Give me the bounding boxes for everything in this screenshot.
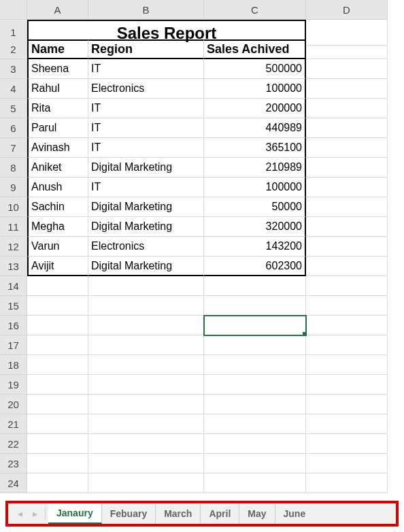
cell-B22[interactable]: [88, 434, 204, 454]
cell-name[interactable]: Avinash: [27, 138, 88, 158]
header-sales[interactable]: Sales Achived: [204, 39, 306, 59]
row-header-24[interactable]: 24: [0, 473, 27, 493]
cell-name[interactable]: Varun: [27, 237, 88, 256]
tab-nav-next-icon[interactable]: ▸: [29, 508, 41, 520]
row-header-18[interactable]: 18: [0, 355, 27, 375]
cell-D3[interactable]: [306, 59, 388, 79]
row-header-19[interactable]: 19: [0, 375, 27, 395]
cell-A14[interactable]: [27, 276, 88, 296]
cell-D6[interactable]: [306, 118, 388, 138]
header-region[interactable]: Region: [88, 39, 204, 59]
cell-C20[interactable]: [204, 395, 306, 414]
cell-A19[interactable]: [27, 375, 88, 395]
cell-name[interactable]: Anush: [27, 178, 88, 197]
col-header-D[interactable]: D: [306, 0, 388, 20]
cell-name[interactable]: Aniket: [27, 158, 88, 178]
cell-region[interactable]: IT: [88, 99, 204, 118]
cell-sales[interactable]: 50000: [204, 197, 306, 217]
cell-name[interactable]: Sheena: [27, 59, 88, 79]
cell-sales[interactable]: 143200: [204, 237, 306, 256]
sheet-tab-january[interactable]: Janaury: [48, 503, 102, 524]
cell-sales[interactable]: 210989: [204, 158, 306, 178]
cell-region[interactable]: IT: [88, 178, 204, 197]
cell-B19[interactable]: [88, 375, 204, 395]
cell-D14[interactable]: [306, 276, 388, 296]
cell-name[interactable]: Rahul: [27, 79, 88, 99]
row-header-20[interactable]: 20: [0, 395, 27, 414]
row-header-12[interactable]: 12: [0, 237, 27, 256]
cell-name[interactable]: Rita: [27, 99, 88, 118]
cell-D18[interactable]: [306, 355, 388, 375]
cell-A22[interactable]: [27, 434, 88, 454]
cell-D4[interactable]: [306, 79, 388, 99]
row-header-16[interactable]: 16: [0, 316, 27, 335]
cell-D10[interactable]: [306, 197, 388, 217]
row-header-13[interactable]: 13: [0, 256, 27, 276]
row-header-9[interactable]: 9: [0, 178, 27, 197]
cell-D7[interactable]: [306, 138, 388, 158]
row-header-6[interactable]: 6: [0, 118, 27, 138]
cell-A23[interactable]: [27, 454, 88, 473]
cell-D16[interactable]: [306, 316, 388, 335]
cell-D2[interactable]: [306, 39, 388, 59]
row-header-4[interactable]: 4: [0, 79, 27, 99]
cell-name[interactable]: Avijit: [27, 256, 88, 276]
cell-sales[interactable]: 200000: [204, 99, 306, 118]
cell-A16[interactable]: [27, 316, 88, 335]
sheet-tab-may[interactable]: May: [239, 503, 275, 524]
cell-B18[interactable]: [88, 355, 204, 375]
cell-D15[interactable]: [306, 296, 388, 316]
cell-A15[interactable]: [27, 296, 88, 316]
cell-D21[interactable]: [306, 414, 388, 434]
cell-D13[interactable]: [306, 256, 388, 276]
cell-D5[interactable]: [306, 99, 388, 118]
cell-sales[interactable]: 602300: [204, 256, 306, 276]
cell-region[interactable]: IT: [88, 138, 204, 158]
cell-sales[interactable]: 100000: [204, 178, 306, 197]
cell-name[interactable]: Megha: [27, 217, 88, 237]
col-header-B[interactable]: B: [88, 0, 204, 20]
cell-C14[interactable]: [204, 276, 306, 296]
cell-sales[interactable]: 320000: [204, 217, 306, 237]
cell-D23[interactable]: [306, 454, 388, 473]
cell-name[interactable]: Parul: [27, 118, 88, 138]
cell-D17[interactable]: [306, 335, 388, 355]
cell-A18[interactable]: [27, 355, 88, 375]
cell-A20[interactable]: [27, 395, 88, 414]
sheet-tab-march[interactable]: March: [156, 503, 201, 524]
row-header-23[interactable]: 23: [0, 454, 27, 473]
header-name[interactable]: Name: [27, 39, 88, 59]
cell-region[interactable]: IT: [88, 59, 204, 79]
cell-sales[interactable]: 365100: [204, 138, 306, 158]
cell-region[interactable]: Digital Marketing: [88, 197, 204, 217]
tab-nav-prev-icon[interactable]: ◂: [14, 508, 26, 520]
row-header-7[interactable]: 7: [0, 138, 27, 158]
cell-region[interactable]: Digital Marketing: [88, 158, 204, 178]
row-header-2[interactable]: 2: [0, 39, 27, 59]
cell-region[interactable]: Digital Marketing: [88, 256, 204, 276]
row-header-21[interactable]: 21: [0, 414, 27, 434]
cell-sales[interactable]: 500000: [204, 59, 306, 79]
cell-C15[interactable]: [204, 296, 306, 316]
cell-B23[interactable]: [88, 454, 204, 473]
selected-cell-C16[interactable]: [204, 316, 306, 335]
select-all-corner[interactable]: [0, 0, 27, 20]
cell-C22[interactable]: [204, 434, 306, 454]
cell-B24[interactable]: [88, 473, 204, 493]
cell-D9[interactable]: [306, 178, 388, 197]
cell-B21[interactable]: [88, 414, 204, 434]
cell-region[interactable]: IT: [88, 118, 204, 138]
cell-D24[interactable]: [306, 473, 388, 493]
cell-C23[interactable]: [204, 454, 306, 473]
row-header-3[interactable]: 3: [0, 59, 27, 79]
cell-name[interactable]: Sachin: [27, 197, 88, 217]
cell-C17[interactable]: [204, 335, 306, 355]
sheet-tab-april[interactable]: April: [201, 503, 239, 524]
cell-region[interactable]: Electronics: [88, 237, 204, 256]
cell-A21[interactable]: [27, 414, 88, 434]
cell-B16[interactable]: [88, 316, 204, 335]
sheet-tab-february[interactable]: Febuary: [102, 503, 156, 524]
cell-D19[interactable]: [306, 375, 388, 395]
cell-B20[interactable]: [88, 395, 204, 414]
cell-A17[interactable]: [27, 335, 88, 355]
